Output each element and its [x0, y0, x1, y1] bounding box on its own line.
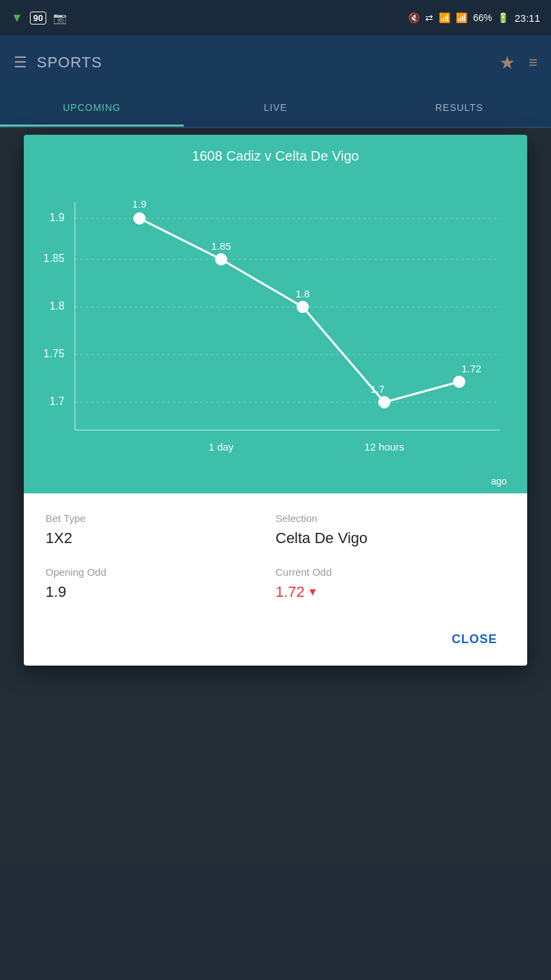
current-odd-value: 1.72 ▼ [276, 583, 505, 601]
header-right: ★ ≡ [499, 52, 537, 74]
nav-icon: ▼ [11, 11, 23, 25]
sync-icon: ⇄ [425, 12, 433, 23]
selection-label: Selection [276, 512, 505, 524]
odds-modal: 1608 Cadiz v Celta De Vigo 1.9 1.85 1.8 … [24, 135, 527, 666]
hamburger-menu-icon[interactable]: ☰ [14, 54, 27, 71]
status-right-icons: 🔇 ⇄ 📶 📶 66% 🔋 23:11 [408, 12, 540, 24]
chart-section: 1608 Cadiz v Celta De Vigo 1.9 1.85 1.8 … [24, 135, 527, 493]
info-section: Bet Type 1X2 Selection Celta De Vigo Ope… [24, 493, 527, 666]
svg-text:1.8: 1.8 [296, 288, 310, 299]
odds-chart: 1.9 1.85 1.8 1.75 1.7 [37, 175, 514, 474]
signal-icon: 📶 [456, 12, 467, 23]
tab-upcoming[interactable]: UPCOMING [0, 90, 184, 127]
opening-odd-col: Opening Odd 1.9 [46, 566, 276, 601]
tab-results[interactable]: RESULTS [367, 90, 551, 127]
opening-odd-value: 1.9 [46, 583, 276, 601]
info-row-top: Bet Type 1X2 Selection Celta De Vigo [46, 512, 505, 547]
status-left-icons: ▼ 90 📷 [11, 11, 67, 25]
clock: 23:11 [514, 12, 540, 24]
svg-text:12 hours: 12 hours [365, 441, 404, 453]
svg-text:1.7: 1.7 [371, 383, 385, 395]
svg-text:1.85: 1.85 [44, 252, 65, 264]
battery-percent: 66% [473, 12, 492, 23]
selection-col: Selection Celta De Vigo [276, 512, 505, 547]
svg-point-13 [216, 254, 227, 265]
mute-icon: 🔇 [408, 12, 420, 23]
close-button[interactable]: CLOSE [444, 627, 505, 652]
svg-text:1.72: 1.72 [461, 363, 481, 374]
svg-text:1.85: 1.85 [211, 240, 231, 252]
status-bar: ▼ 90 📷 🔇 ⇄ 📶 📶 66% 🔋 23:11 [0, 0, 551, 35]
app-header: ☰ SPORTS ★ ≡ [0, 35, 551, 90]
svg-point-16 [454, 376, 465, 387]
opening-odd-label: Opening Odd [46, 566, 276, 578]
info-row-bottom: Opening Odd 1.9 Current Odd 1.72 ▼ [46, 566, 505, 601]
svg-point-12 [134, 213, 145, 224]
background-content: 1608 Cadiz v Celta De Vigo 1.9 1.85 1.8 … [0, 128, 551, 980]
modal-title: 1608 Cadiz v Celta De Vigo [37, 148, 514, 164]
current-odd-label: Current Odd [276, 566, 505, 578]
current-odd-col: Current Odd 1.72 ▼ [276, 566, 505, 601]
tab-bar: UPCOMING LIVE RESULTS [0, 90, 551, 128]
battery-icon: 🔋 [497, 12, 509, 23]
bet-type-value: 1X2 [46, 529, 276, 547]
app-title: SPORTS [37, 54, 102, 71]
tab-live[interactable]: LIVE [184, 90, 367, 127]
x-axis-ago-label: ago [37, 476, 514, 487]
close-row: CLOSE [46, 620, 505, 652]
selection-value: Celta De Vigo [276, 529, 505, 547]
app-number-icon: 90 [30, 12, 46, 24]
svg-text:1 day: 1 day [209, 441, 234, 453]
bet-type-col: Bet Type 1X2 [46, 512, 276, 547]
modal-overlay: 1608 Cadiz v Celta De Vigo 1.9 1.85 1.8 … [0, 128, 551, 980]
svg-point-14 [297, 301, 308, 312]
svg-text:1.7: 1.7 [50, 395, 65, 407]
header-left: ☰ SPORTS [14, 54, 102, 71]
bet-type-label: Bet Type [46, 512, 276, 524]
svg-text:1.75: 1.75 [44, 348, 65, 359]
svg-point-15 [379, 397, 390, 408]
svg-text:1.8: 1.8 [50, 300, 65, 312]
down-arrow-icon: ▼ [307, 586, 318, 598]
svg-text:1.9: 1.9 [50, 212, 65, 223]
camera-icon: 📷 [53, 12, 67, 24]
favorites-star-icon[interactable]: ★ [499, 52, 515, 74]
svg-text:1.9: 1.9 [133, 198, 147, 210]
wifi-icon: 📶 [439, 12, 450, 23]
filter-icon[interactable]: ≡ [529, 54, 537, 71]
